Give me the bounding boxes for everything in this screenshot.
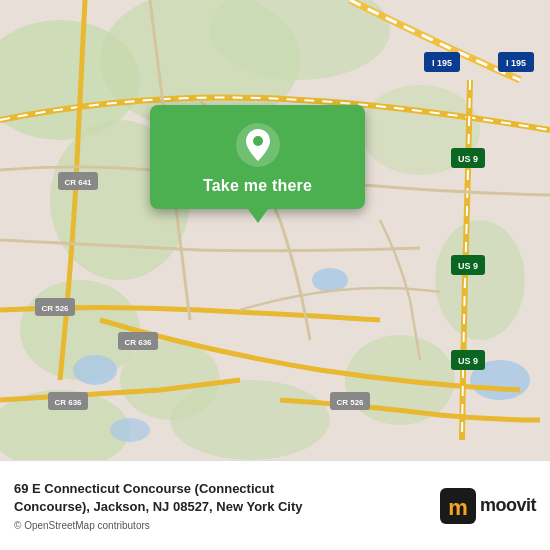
moovit-text: moovit <box>480 495 536 516</box>
svg-text:US 9: US 9 <box>458 261 478 271</box>
svg-point-37 <box>253 136 263 146</box>
info-bar: 69 E Connecticut Concourse (Connecticut … <box>0 460 550 550</box>
svg-text:CR 526: CR 526 <box>336 398 364 407</box>
svg-text:CR 636: CR 636 <box>124 338 152 347</box>
svg-text:m: m <box>448 495 468 520</box>
map-container: I 195 I 195 US 9 US 9 US 9 CR 641 CR 526… <box>0 0 550 460</box>
take-me-there-button[interactable]: Take me there <box>203 177 312 195</box>
address-block: 69 E Connecticut Concourse (Connecticut … <box>14 480 430 531</box>
moovit-logo: m moovit <box>440 488 536 524</box>
svg-text:CR 636: CR 636 <box>54 398 82 407</box>
location-pin-icon <box>236 123 280 167</box>
svg-point-13 <box>312 268 348 292</box>
svg-text:CR 641: CR 641 <box>64 178 92 187</box>
svg-point-15 <box>110 418 150 442</box>
osm-credit-text: © OpenStreetMap contributors <box>14 520 150 531</box>
svg-text:I 195: I 195 <box>506 58 526 68</box>
svg-point-8 <box>435 220 525 340</box>
svg-text:US 9: US 9 <box>458 356 478 366</box>
svg-text:I 195: I 195 <box>432 58 452 68</box>
map-svg: I 195 I 195 US 9 US 9 US 9 CR 641 CR 526… <box>0 0 550 460</box>
moovit-logo-icon: m <box>440 488 476 524</box>
osm-credit: © OpenStreetMap contributors <box>14 520 430 531</box>
address-line2: Concourse), Jackson, NJ 08527, New York … <box>14 498 430 516</box>
address-line1: 69 E Connecticut Concourse (Connecticut <box>14 480 430 498</box>
svg-text:US 9: US 9 <box>458 154 478 164</box>
svg-text:CR 526: CR 526 <box>41 304 69 313</box>
svg-point-10 <box>170 380 330 460</box>
svg-point-12 <box>73 355 117 385</box>
map-popup[interactable]: Take me there <box>150 105 365 209</box>
